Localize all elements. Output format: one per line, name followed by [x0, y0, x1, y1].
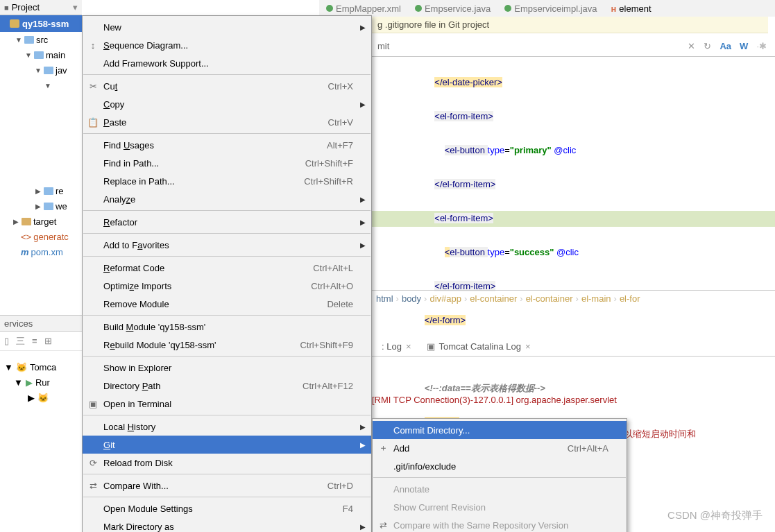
project-tree[interactable]: ▼src ▼main ▼jav ▼ ▶re ▶we ▶target <>gene… — [0, 32, 82, 259]
compare-icon: ⇄ — [377, 520, 389, 531]
tab-empservice[interactable]: Empservice.java — [408, 0, 497, 17]
close-icon[interactable]: ✕ — [688, 41, 695, 51]
breadcrumb[interactable]: html› body› div#app› el-container› el-co… — [372, 290, 775, 307]
watermark: CSDN @神奇投弹手 — [667, 509, 763, 522]
menu-git[interactable]: Git▶ — [83, 436, 371, 454]
compare-icon: ⇄ — [87, 481, 99, 491]
tomcat-node[interactable]: ▼🐱Tomca — [0, 359, 82, 375]
project-root[interactable]: qy158-ssm — [0, 15, 82, 32]
log-tab-2[interactable]: ▣Tomcat Catalina Log× — [421, 340, 536, 353]
plus-icon: ＋ — [377, 442, 389, 454]
menu-rip[interactable]: Replace in Path...Ctrl+Shift+R — [83, 172, 371, 190]
menu-copy[interactable]: Copy▶ — [83, 95, 371, 113]
menu-lh[interactable]: Local History▶ — [83, 418, 371, 436]
menu-rfd[interactable]: ⟳Reload from Disk — [83, 454, 371, 472]
search-bar: mit ✕ ↻ Aa W ·✱ — [372, 36, 775, 57]
gitignore-banner: g .gitignore file in Git project — [372, 17, 768, 33]
tab-element[interactable]: нelement — [604, 0, 658, 17]
menu-oms[interactable]: Open Module SettingsF4 — [83, 499, 371, 517]
log-tab-1[interactable]: : Log× — [376, 340, 417, 353]
refresh-icon[interactable]: ↻ — [704, 41, 711, 51]
menu-rbm[interactable]: Rebuild Module 'qy158-ssm'Ctrl+Shift+F9 — [83, 336, 371, 354]
folder-icon — [10, 19, 19, 28]
submenu-exclude[interactable]: .git/info/exclude — [373, 457, 627, 475]
submenu-csr: ⇄Compare with the Same Repository Versio… — [373, 516, 627, 532]
services-toolbar[interactable]: ▯三≡⊞ — [0, 332, 82, 351]
tab-empserviceimpl[interactable]: Empserviceimpl.java — [497, 0, 604, 17]
submenu-annotate: Annotate — [373, 480, 627, 498]
menu-bm[interactable]: Build Module 'qy158-ssm' — [83, 318, 371, 336]
menu-cw[interactable]: ⇄Compare With...Ctrl+D — [83, 477, 371, 495]
git-submenu: Commit Directory... ＋AddCtrl+Alt+A .git/… — [372, 418, 627, 532]
menu-afs[interactable]: Add Framework Support... — [83, 54, 371, 72]
menu-mda[interactable]: Mark Directory as▶ — [83, 517, 371, 532]
menu-opt[interactable]: Optimize ImportsCtrl+Alt+O — [83, 277, 371, 295]
submenu-add[interactable]: ＋AddCtrl+Alt+A — [373, 439, 627, 457]
menu-refactor[interactable]: Refactor▶ — [83, 213, 371, 231]
menu-fu[interactable]: Find UsagesAlt+F7 — [83, 136, 371, 154]
search-text[interactable]: mit — [372, 41, 395, 51]
menu-seq[interactable]: ↕Sequence Diagram... — [83, 36, 371, 54]
menu-rm[interactable]: Remove ModuleDelete — [83, 295, 371, 313]
menu-dp[interactable]: Directory PathCtrl+Alt+F12 — [83, 377, 371, 395]
menu-fip[interactable]: Find in Path...Ctrl+Shift+F — [83, 154, 371, 172]
menu-new[interactable]: New▶ — [83, 18, 371, 36]
sequence-icon: ↕ — [87, 40, 99, 51]
project-header[interactable]: ■Project▾ — [0, 0, 82, 15]
instance-node[interactable]: ▶🐱 — [0, 390, 82, 405]
menu-sie[interactable]: Show in Explorer — [83, 359, 371, 377]
menu-analyze[interactable]: Analyze▶ — [83, 190, 371, 208]
menu-cut[interactable]: ✂CutCtrl+X — [83, 77, 371, 95]
reload-icon: ⟳ — [87, 458, 99, 468]
terminal-icon: ▣ — [87, 399, 99, 409]
scissors-icon: ✂ — [87, 81, 99, 92]
services-header[interactable]: ervices — [0, 315, 82, 332]
menu-paste[interactable]: 📋PasteCtrl+V — [83, 113, 371, 131]
tab-empmapper[interactable]: EmpMapper.xml — [319, 0, 408, 17]
regex-toggle[interactable]: ·✱ — [756, 41, 767, 51]
clipboard-icon: 📋 — [87, 117, 99, 128]
submenu-scr: Show Current Revision — [373, 498, 627, 516]
submenu-commit[interactable]: Commit Directory... — [373, 421, 627, 439]
context-menu: New▶ ↕Sequence Diagram... Add Framework … — [82, 15, 372, 532]
log-tabs: : Log× ▣Tomcat Catalina Log× — [372, 337, 775, 357]
menu-fav[interactable]: Add to Favorites▶ — [83, 236, 371, 254]
menu-oit[interactable]: ▣Open in Terminal — [83, 395, 371, 413]
services-panel: ervices ▯三≡⊞ ▼🐱Tomca ▼▶Rur ▶🐱 — [0, 315, 82, 405]
editor-tabs: EmpMapper.xml Empservice.java Empservice… — [319, 0, 775, 17]
words-toggle[interactable]: W — [740, 41, 748, 51]
menu-refo[interactable]: Reformat CodeCtrl+Alt+L — [83, 259, 371, 277]
match-case-toggle[interactable]: Aa — [719, 41, 731, 51]
run-node[interactable]: ▼▶Rur — [0, 375, 82, 390]
